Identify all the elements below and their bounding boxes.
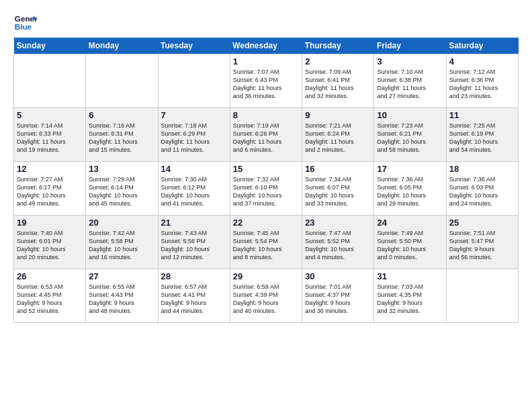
week-row-5: 26Sunrise: 6:53 AMSunset: 4:45 PMDayligh… [14,269,519,323]
calendar-cell: 16Sunrise: 7:34 AMSunset: 6:07 PMDayligh… [302,162,374,216]
calendar-cell: 13Sunrise: 7:29 AMSunset: 6:14 PMDayligh… [86,162,158,216]
cell-info: Daylight: 10 hours [161,245,227,253]
cell-info: Sunset: 6:19 PM [449,130,515,138]
date-number: 4 [449,56,515,66]
date-number: 3 [377,56,443,66]
cell-info: Sunrise: 7:07 AM [233,68,299,76]
day-header-friday: Friday [374,38,446,54]
date-number: 29 [233,271,299,281]
date-number: 28 [161,271,227,281]
calendar-cell: 3Sunrise: 7:10 AMSunset: 6:38 PMDaylight… [374,54,446,108]
date-number: 14 [161,164,227,174]
date-number: 19 [17,218,83,228]
header: General Blue [13,11,519,35]
calendar-cell [86,54,158,108]
date-number: 20 [89,218,154,228]
cell-info: and 58 minutes. [377,146,443,154]
calendar-cell: 8Sunrise: 7:19 AMSunset: 6:26 PMDaylight… [230,108,302,162]
cell-info: Daylight: 10 hours [449,191,515,199]
cell-info: and 49 minutes. [17,199,83,208]
cell-info: Daylight: 10 hours [89,245,154,253]
cell-info: Daylight: 10 hours [377,191,443,199]
cell-info: Sunset: 6:01 PM [17,237,83,245]
calendar-cell: 10Sunrise: 7:23 AMSunset: 6:21 PMDayligh… [374,108,446,162]
calendar-cell: 14Sunrise: 7:30 AMSunset: 6:12 PMDayligh… [158,162,230,216]
cell-info: and 0 minutes. [377,253,443,261]
cell-info: and 54 minutes. [449,146,515,154]
cell-info: Daylight: 11 hours [305,84,371,92]
cell-info: Sunrise: 7:21 AM [305,122,371,130]
date-number: 2 [305,56,371,66]
cell-info: Sunrise: 7:42 AM [89,229,154,237]
date-number: 30 [305,271,371,281]
cell-info: Sunrise: 7:23 AM [377,122,443,130]
date-number: 1 [233,56,299,66]
calendar-cell [14,54,86,108]
cell-info: Sunset: 6:33 PM [17,130,83,138]
svg-text:Blue: Blue [15,22,32,31]
cell-info: Sunrise: 7:10 AM [377,68,443,76]
date-number: 18 [449,164,515,174]
cell-info: Sunset: 4:39 PM [233,291,299,299]
calendar-cell: 24Sunrise: 7:49 AMSunset: 5:50 PMDayligh… [374,216,446,269]
cell-info: and 32 minutes. [305,92,371,100]
logo-icon: General Blue [13,11,38,35]
cell-info: and 29 minutes. [377,199,443,208]
cell-info: and 6 minutes. [233,146,299,154]
date-number: 22 [233,218,299,228]
calendar-cell: 20Sunrise: 7:42 AMSunset: 5:58 PMDayligh… [86,216,158,269]
cell-info: Daylight: 11 hours [233,138,299,146]
cell-info: Daylight: 10 hours [17,245,83,253]
cell-info: and 40 minutes. [233,307,299,315]
cell-info: and 8 minutes. [233,253,299,261]
cell-info: and 12 minutes. [161,253,227,261]
cell-info: Sunset: 6:17 PM [17,183,83,191]
cell-info: and 48 minutes. [89,307,154,315]
date-number: 10 [377,110,443,120]
cell-info: Daylight: 10 hours [17,191,83,199]
cell-info: Sunset: 6:31 PM [89,130,154,138]
date-number: 25 [449,218,515,228]
cell-info: Sunset: 6:14 PM [89,183,154,191]
cell-info: Sunset: 5:52 PM [305,237,371,245]
cell-info: Sunset: 4:35 PM [377,291,443,299]
cell-info: Sunrise: 7:29 AM [89,175,154,183]
cell-info: Sunset: 4:41 PM [161,291,227,299]
cell-info: Daylight: 10 hours [305,245,371,253]
date-number: 24 [377,218,443,228]
date-number: 31 [377,271,443,281]
cell-info: Daylight: 9 hours [449,245,515,253]
cell-info: and 15 minutes. [89,146,154,154]
cell-info: Sunset: 5:56 PM [161,237,227,245]
calendar-cell: 25Sunrise: 7:51 AMSunset: 5:47 PMDayligh… [446,216,518,269]
day-header-monday: Monday [86,38,158,54]
cell-info: Sunrise: 7:03 AM [377,283,443,291]
cell-info: and 19 minutes. [17,146,83,154]
cell-info: and 27 minutes. [377,92,443,100]
cell-info: Sunrise: 7:09 AM [305,68,371,76]
cell-info: Daylight: 9 hours [305,299,371,307]
cell-info: Daylight: 10 hours [161,191,227,199]
cell-info: and 36 minutes. [233,92,299,100]
week-row-1: 1Sunrise: 7:07 AMSunset: 6:43 PMDaylight… [14,54,519,108]
cell-info: Sunset: 6:41 PM [305,76,371,84]
cell-info: Daylight: 11 hours [449,84,515,92]
cell-info: Sunrise: 7:36 AM [377,175,443,183]
cell-info: Sunset: 6:36 PM [449,76,515,84]
cell-info: Sunrise: 7:51 AM [449,229,515,237]
cell-info: and 16 minutes. [89,253,154,261]
cell-info: Sunrise: 6:57 AM [161,283,227,291]
cell-info: Sunset: 6:10 PM [233,183,299,191]
date-number: 5 [17,110,83,120]
date-number: 21 [161,218,227,228]
cell-info: Sunset: 5:50 PM [377,237,443,245]
calendar-cell: 4Sunrise: 7:12 AMSunset: 6:36 PMDaylight… [446,54,518,108]
week-row-3: 12Sunrise: 7:27 AMSunset: 6:17 PMDayligh… [14,162,519,216]
calendar-cell: 29Sunrise: 6:59 AMSunset: 4:39 PMDayligh… [230,269,302,323]
cell-info: Sunset: 6:26 PM [233,130,299,138]
calendar-cell: 17Sunrise: 7:36 AMSunset: 6:05 PMDayligh… [374,162,446,216]
cell-info: Sunrise: 7:12 AM [449,68,515,76]
cell-info: Daylight: 11 hours [89,138,154,146]
cell-info: Sunset: 6:07 PM [305,183,371,191]
week-row-2: 5Sunrise: 7:14 AMSunset: 6:33 PMDaylight… [14,108,519,162]
